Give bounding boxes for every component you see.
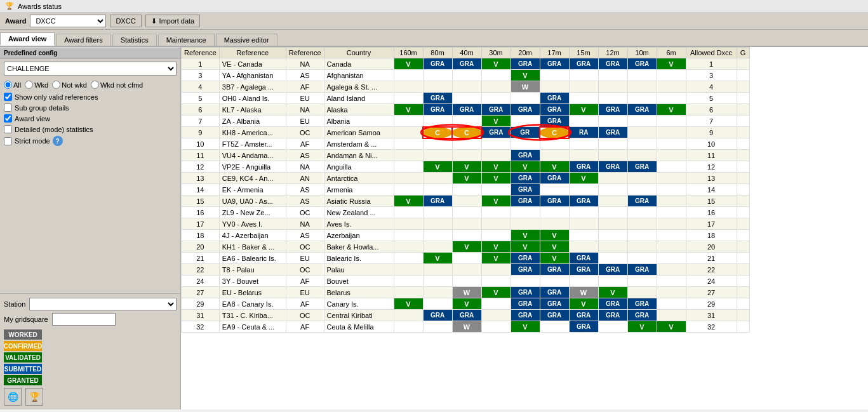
cell: GRA [569,264,598,276]
cell [657,138,686,150]
tab-statistics[interactable]: Statistics [112,34,157,46]
row-g [737,161,749,173]
row-ref3: OC [286,264,324,276]
cell [627,150,657,161]
col-header-17m: 17m [540,48,569,58]
row-ref2: 3B7 - Agalega ... [219,81,286,93]
dxcc-button[interactable]: DXCC [110,15,141,27]
cell [598,218,627,230]
checkbox-show-valid[interactable]: Show only valid references [0,91,180,102]
cell [540,70,569,81]
row-ref3: AS [286,150,324,161]
gridsquare-input[interactable] [52,313,116,326]
row-num: 3 [182,70,220,81]
cell: GRA [511,150,540,161]
radio-not-wkd[interactable]: Not wkd [52,81,87,89]
cell [423,138,452,150]
cell [423,150,452,161]
cell: V [481,253,511,264]
cell [452,276,481,287]
row-allowed: 9 [686,127,737,138]
cell [540,207,569,218]
row-ref2: ZL9 - New Ze... [219,207,286,218]
row-num: 31 [182,310,220,321]
cell [540,81,569,93]
cell [598,81,627,93]
row-g [737,104,749,116]
row-ref2: YA - Afghanistan [219,70,286,81]
checkbox-sub-group[interactable]: Sub group details [0,102,180,113]
station-select[interactable] [29,298,177,310]
icon-trophy[interactable]: 🏆 [25,388,43,406]
cell: GRA [540,116,569,127]
cell: V [540,161,569,173]
row-allowed: 15 [686,196,737,207]
cell: C [452,127,481,138]
row-ref2: EU - Belarus [219,287,286,298]
tab-award-filters[interactable]: Award filters [56,34,110,46]
cell: GRA [452,310,481,321]
row-g [737,116,749,127]
row-num: 16 [182,207,220,218]
row-ref2: T31 - C. Kiriba... [219,310,286,321]
import-button[interactable]: ⬇ Import data [145,15,201,27]
cell [657,116,686,127]
cell [627,70,657,81]
cell [481,218,511,230]
row-num: 1 [182,58,220,70]
row-ref3: NA [286,161,324,173]
cell [598,70,627,81]
challenge-select[interactable]: CHALLENGE [4,62,177,76]
import-icon: ⬇ [151,17,157,25]
cell [540,276,569,287]
cell [569,70,598,81]
row-country: New Zealand ... [324,207,394,218]
row-allowed: 22 [686,264,737,276]
cell: V [511,230,540,241]
cell [452,70,481,81]
tab-award-view[interactable]: Award view [0,32,55,46]
col-header-15m: 15m [569,48,598,58]
checkbox-award-view[interactable]: Award view [0,113,180,124]
cell: V [394,58,423,70]
table-row: 32 EA9 - Ceuta & ... AF Ceuta & Melilla … [182,321,750,333]
radio-all[interactable]: All [4,81,21,89]
tab-massive-editor[interactable]: Massive editor [216,34,277,46]
cell: GRA [540,298,569,310]
cell: GRA [423,58,452,70]
row-g [737,150,749,161]
row-num: 20 [182,241,220,253]
cell: GRA [627,298,657,310]
cell [394,276,423,287]
row-country: Balearic Is. [324,253,394,264]
cell: GRA [540,196,569,207]
help-icon[interactable]: ? [53,136,63,146]
checkbox-strict-mode[interactable]: Strict mode ? [0,135,180,147]
cell: GRA [598,58,627,70]
row-ref3: EU [286,287,324,298]
tab-maintenance[interactable]: Maintenance [158,34,215,46]
icon-globe[interactable]: 🌐 [4,388,22,406]
cell [481,298,511,310]
cell [540,218,569,230]
cell: V [452,298,481,310]
radio-wkd-not-cfmd[interactable]: Wkd not cfmd [91,81,143,89]
cell: W [511,81,540,93]
cell [452,253,481,264]
cell [394,70,423,81]
cell: V [540,241,569,253]
radio-wkd[interactable]: Wkd [25,81,48,89]
cell [481,264,511,276]
cell: GRA [452,58,481,70]
cell [627,276,657,287]
cell [423,116,452,127]
row-g [737,184,749,196]
award-select[interactable]: DXCC [30,15,106,27]
cell [598,150,627,161]
row-allowed: 29 [686,298,737,310]
checkbox-detailed[interactable]: Detailed (mode) statistics [0,124,180,135]
row-num: 27 [182,287,220,298]
award-label: Award [5,17,26,25]
row-country: Canada [324,58,394,70]
row-ref3: EU [286,253,324,264]
